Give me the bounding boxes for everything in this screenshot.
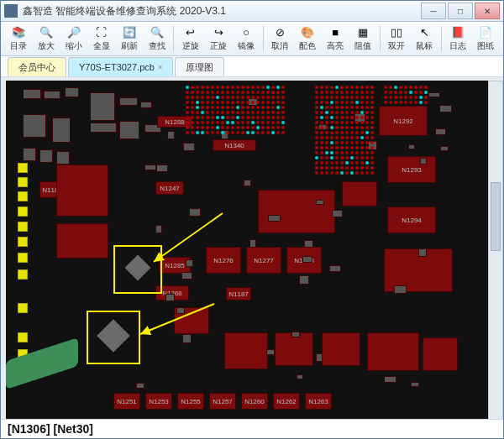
pcb-component[interactable] [439, 105, 452, 112]
maximize-button[interactable]: □ [448, 3, 473, 19]
pcb-component[interactable] [428, 92, 440, 97]
pcb-component[interactable] [302, 256, 312, 263]
toolbar-log[interactable]: 📕日志 [444, 23, 472, 55]
pcb-component[interactable] [144, 165, 156, 170]
pcb-component[interactable] [18, 163, 28, 173]
pcb-component[interactable] [18, 303, 28, 313]
pcb-component[interactable]: N1253 [145, 393, 172, 410]
pcb-component[interactable] [18, 253, 28, 263]
pcb-component[interactable] [411, 382, 419, 387]
pcb-component[interactable] [23, 148, 36, 161]
pcb-component[interactable]: N1247 [155, 181, 184, 195]
pcb-component[interactable] [52, 118, 71, 143]
pcb-component[interactable] [329, 265, 341, 272]
pcb-component[interactable] [155, 225, 162, 233]
pcb-component[interactable] [423, 337, 458, 371]
toolbar-refresh[interactable]: 🔄刷新 [115, 23, 143, 55]
pcb-component[interactable] [44, 91, 60, 99]
pcb-component[interactable] [181, 272, 192, 280]
pcb-component[interactable] [156, 165, 168, 172]
pcb-component[interactable] [342, 181, 377, 206]
pcb-component[interactable] [90, 92, 115, 121]
pcb-component[interactable]: N1257 [209, 393, 236, 410]
toolbar-dual[interactable]: ▯▯双开 [383, 23, 411, 55]
pcb-component[interactable]: N1255 [177, 393, 204, 410]
toolbar-zoom-out[interactable]: 🔎缩小 [60, 23, 87, 55]
pcb-component[interactable] [167, 131, 175, 139]
pcb-component[interactable]: N1277 [246, 247, 281, 274]
pcb-component[interactable] [23, 89, 41, 99]
pcb-component[interactable] [332, 210, 343, 217]
pcb-component[interactable] [266, 349, 275, 355]
tab-0[interactable]: 会员中心 [8, 57, 66, 76]
pcb-component[interactable] [258, 190, 335, 233]
pcb-component[interactable] [23, 114, 46, 138]
pcb-component[interactable] [291, 332, 300, 337]
pcb-component[interactable] [322, 332, 360, 366]
toolbar-color[interactable]: 🎨配色 [294, 23, 322, 55]
pcb-component[interactable] [304, 240, 313, 248]
pcb-component[interactable] [18, 206, 28, 217]
ic-diamond[interactable] [97, 319, 130, 353]
toolbar-track[interactable]: ▦阻值 [349, 23, 377, 55]
pcb-component[interactable]: N1262 [273, 393, 300, 410]
pcb-component[interactable] [418, 248, 427, 257]
toolbar-catalog[interactable]: 📚目录 [4, 23, 32, 55]
tab-1[interactable]: Y70S-ET3027.pcb× [68, 57, 173, 76]
pcb-component[interactable]: N1276 [206, 247, 241, 274]
ic-diamond[interactable] [124, 254, 150, 280]
pcb-component[interactable] [18, 237, 28, 247]
toolbar-drawing[interactable]: 📄图纸 [472, 23, 500, 55]
pcb-component[interactable] [18, 269, 28, 280]
pcb-component[interactable] [316, 200, 324, 205]
pcb-component[interactable] [119, 121, 139, 139]
toolbar-zoom-in[interactable]: 🔍放大 [32, 23, 60, 55]
pcb-component[interactable] [440, 146, 449, 151]
pcb-component[interactable] [408, 144, 415, 149]
pcb-component[interactable] [299, 275, 309, 285]
pcb-component[interactable] [39, 149, 53, 163]
pcb-component[interactable] [119, 97, 138, 106]
toolbar-mirror[interactable]: ○镜像 [233, 23, 260, 55]
toolbar-flip-rev[interactable]: ↩逆旋 [176, 23, 204, 55]
pcb-component[interactable]: N1293 [387, 156, 436, 183]
pcb-component[interactable] [65, 87, 79, 97]
pcb-component[interactable] [244, 180, 251, 186]
toolbar-cursor[interactable]: ↖鼠标 [411, 23, 438, 55]
pcb-component[interactable] [275, 332, 313, 366]
pcb-component[interactable]: N1251 [113, 393, 140, 410]
toolbar-highlight[interactable]: ■高亮 [322, 23, 349, 55]
pcb-component[interactable] [165, 294, 175, 301]
pcb-component[interactable] [435, 128, 446, 135]
pcb-component[interactable]: N1340 [213, 139, 256, 151]
pcb-component[interactable] [18, 222, 28, 232]
pcb-component[interactable] [420, 158, 427, 165]
pcb-component[interactable] [18, 332, 28, 342]
close-button[interactable]: ✕ [475, 3, 500, 19]
pcb-canvas[interactable]: N1288N1340N1292N1293N1183N1247N1294N1276… [6, 81, 488, 420]
pcb-component[interactable] [90, 123, 117, 133]
pcb-component[interactable] [297, 374, 303, 379]
pcb-component[interactable] [316, 353, 323, 362]
pcb-component[interactable] [56, 151, 70, 165]
pcb-component[interactable] [182, 334, 192, 343]
tab-2[interactable]: 原理图 [175, 57, 224, 76]
pcb-component[interactable] [189, 208, 201, 217]
pcb-component[interactable] [18, 191, 28, 201]
pcb-component[interactable]: N1263 [305, 393, 332, 410]
pcb-component[interactable] [18, 177, 28, 187]
pcb-component[interactable] [183, 143, 195, 151]
pcb-component[interactable]: N1292 [379, 106, 428, 136]
pcb-component[interactable] [394, 285, 407, 294]
toolbar-cancel[interactable]: ⊘取消 [266, 23, 294, 55]
scrollbar-vertical[interactable] [488, 81, 503, 420]
pcb-component[interactable]: N1187 [226, 287, 251, 301]
pcb-component[interactable] [56, 165, 108, 217]
pcb-component[interactable] [367, 332, 419, 371]
toolbar-fit-all[interactable]: ⛶全显 [87, 23, 115, 55]
pcb-component[interactable] [136, 383, 144, 389]
close-icon[interactable]: × [158, 63, 162, 71]
pcb-component[interactable] [56, 223, 108, 259]
pcb-component[interactable] [186, 259, 193, 267]
pcb-component[interactable]: N1260 [241, 393, 268, 410]
